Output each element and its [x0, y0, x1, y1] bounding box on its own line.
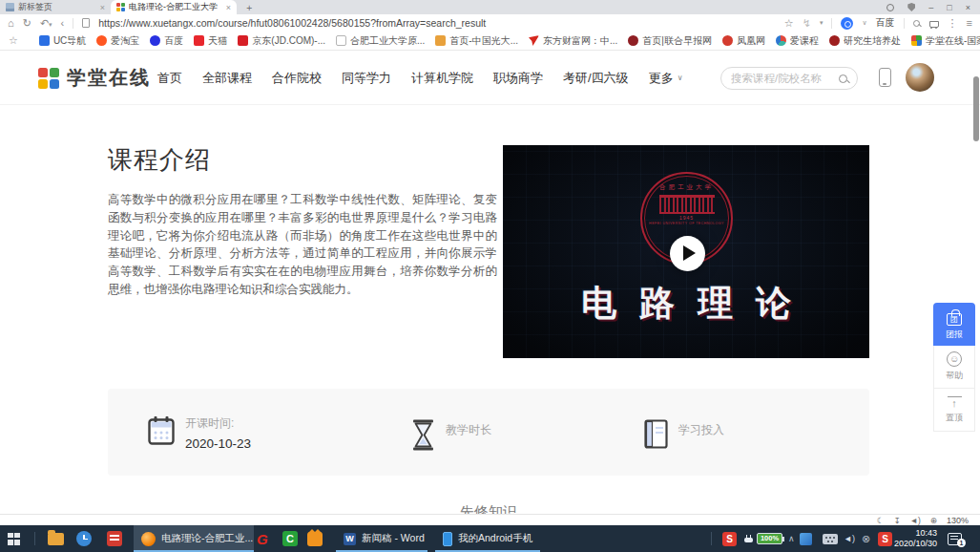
taskbar-task-android-phone[interactable]: 我的Android手机	[435, 525, 540, 552]
new-tab-button[interactable]: ＋	[237, 0, 261, 14]
search-icon[interactable]	[913, 20, 920, 27]
tray-wangwang[interactable]	[800, 525, 812, 552]
home-icon[interactable]: ⌂	[8, 18, 14, 29]
site-logo[interactable]: 学堂在线	[38, 65, 151, 91]
tray-power[interactable]	[744, 525, 753, 552]
tray-close-circle[interactable]: ⊗	[862, 525, 870, 552]
tab-close-icon[interactable]: ×	[100, 3, 105, 12]
bookmark-label: 京东(JD.COM)-...	[252, 34, 325, 48]
refresh-icon[interactable]: ↻	[23, 18, 31, 29]
blue-cube-icon	[800, 533, 812, 545]
zoom-in-icon[interactable]: ⊕	[930, 516, 937, 525]
start-button[interactable]	[8, 525, 20, 552]
bookmark-item[interactable]: 百度	[150, 34, 183, 48]
notebook-icon	[644, 419, 668, 449]
bookmark-label: 东方财富网：中...	[543, 34, 617, 48]
search-icon[interactable]	[839, 74, 847, 83]
tray-volume[interactable]: ◄)	[844, 525, 855, 552]
nav-item-partner-schools[interactable]: 合作院校	[272, 70, 322, 87]
tab-new-tab-page[interactable]: 新标签页 ×	[0, 0, 111, 14]
flash-icon[interactable]: ↯	[803, 18, 811, 29]
site-header: 学堂在线 首页 全部课程 合作院校 同等学力 计算机学院 职场商学 考研/四六级…	[0, 51, 980, 105]
tab-title: 电路理论-合肥工业大学	[129, 1, 222, 13]
course-info-strip: 开课时间: 2020-10-23 教学时长	[108, 389, 869, 476]
menu-icon[interactable]: ≡	[967, 18, 972, 29]
url-field[interactable]: https://www.xuetangx.com/course/hfut0806…	[98, 17, 776, 29]
back-to-top-icon: ↑	[948, 396, 962, 409]
more-options-icon[interactable]: ⋮	[948, 18, 958, 29]
nav-item-business-school[interactable]: 职场商学	[493, 70, 543, 87]
clock-app-button[interactable]	[76, 525, 92, 552]
bookmark-item[interactable]: 学堂在线-国家...	[911, 34, 980, 48]
bookmark-item[interactable]: UC导航	[39, 34, 86, 48]
bookmark-item[interactable]: 爱淘宝	[96, 34, 139, 48]
back-icon[interactable]: ‹	[61, 18, 65, 29]
course-search-box[interactable]	[720, 67, 858, 90]
play-button[interactable]	[670, 236, 705, 271]
bookmark-item[interactable]: 凤凰网	[722, 34, 765, 48]
tray-sogou-1[interactable]: S	[722, 525, 737, 552]
bookmarks-star-icon[interactable]: ☆	[9, 34, 18, 47]
nav-item-cs-school[interactable]: 计算机学院	[411, 70, 473, 87]
bookmark-item[interactable]: 京东(JD.COM)-...	[238, 34, 325, 48]
windows-taskbar: 电路理论-合肥工业... G C W 新闻稿 - Word 我的Android手…	[0, 525, 980, 552]
group-signup-button[interactable]: 团 团报	[933, 303, 975, 346]
bookmark-star-icon[interactable]: ☆	[784, 18, 794, 29]
taskbar-app-g[interactable]: G	[257, 525, 268, 552]
page-icon	[82, 18, 90, 28]
download-icon[interactable]: ↧	[893, 516, 900, 525]
bookmark-item[interactable]: 东方财富网：中...	[529, 34, 617, 48]
tab-course-page[interactable]: 电路理论-合肥工业大学 ×	[111, 0, 237, 14]
course-search-input[interactable]	[731, 73, 833, 84]
file-explorer-button[interactable]	[48, 525, 64, 552]
mobile-app-icon[interactable]	[879, 68, 891, 87]
action-center-button[interactable]: 1	[948, 525, 962, 552]
profile-icon[interactable]	[886, 4, 894, 11]
plug-icon	[744, 535, 753, 543]
notification-icon: 1	[948, 533, 962, 545]
tray-clock[interactable]: 10:43 2020/10/30	[897, 525, 937, 552]
user-avatar[interactable]	[906, 63, 934, 92]
zoom-level[interactable]: 130%	[947, 516, 969, 525]
nav-item-equivalent-degree[interactable]: 同等学力	[342, 70, 391, 87]
close-window-button[interactable]: ×	[966, 3, 970, 12]
shield-icon[interactable]	[907, 3, 915, 11]
maximize-button[interactable]: □	[947, 3, 951, 12]
chevron-down-icon[interactable]: ∨	[862, 19, 866, 27]
red-app-button[interactable]	[107, 525, 122, 552]
page-scrollbar[interactable]	[973, 76, 979, 141]
tab-close-icon[interactable]: ×	[226, 3, 231, 12]
page-sound-icon[interactable]: ◄)	[910, 516, 921, 525]
nav-item-more[interactable]: 更多 ∨	[649, 70, 683, 87]
calendar-icon	[148, 415, 175, 446]
tray-sogou-2[interactable]: S	[878, 525, 892, 552]
minimize-button[interactable]: –	[928, 3, 933, 12]
bookmark-item[interactable]: 研究生培养处	[829, 34, 901, 48]
bookmark-item[interactable]: 首页-中国光大...	[435, 34, 518, 48]
search-engine-label[interactable]: 百度	[876, 16, 895, 30]
notification-badge: 1	[957, 539, 966, 547]
bookmark-item[interactable]: 爱课程	[776, 34, 819, 48]
taskbar-app-c[interactable]: C	[282, 525, 298, 552]
course-video-player[interactable]: 合肥工业大学 1945 HEFEI UNIVERSITY OF TECHNOLO…	[503, 145, 869, 358]
nav-item-exam-prep[interactable]: 考研/四六级	[563, 70, 629, 87]
search-engine-icon[interactable]	[841, 17, 853, 30]
bookmark-item[interactable]: 合肥工业大学原...	[336, 34, 425, 48]
nav-item-all-courses[interactable]: 全部课程	[202, 70, 252, 87]
tray-battery[interactable]: 100%	[757, 525, 782, 552]
back-to-top-button[interactable]: ↑ 置顶	[933, 389, 975, 432]
night-mode-icon[interactable]: ☾	[877, 516, 885, 525]
tray-ime[interactable]	[823, 525, 838, 552]
cart-icon[interactable]	[928, 19, 939, 28]
caret-down-icon[interactable]: ▾	[820, 19, 824, 27]
undo-icon[interactable]: ↶▾	[40, 18, 52, 29]
bookmark-item[interactable]: 首页|联合早报网	[628, 34, 712, 48]
bookmark-item[interactable]: 天猫	[194, 34, 227, 48]
taskbar-task-word[interactable]: W 新闻稿 - Word	[336, 525, 427, 552]
bookmark-favicon-icon	[529, 35, 539, 46]
taskbar-app-wangwang[interactable]	[307, 525, 323, 552]
taskbar-task-browser[interactable]: 电路理论-合肥工业...	[134, 525, 254, 552]
tray-expand-button[interactable]: ∧	[788, 525, 795, 552]
help-button[interactable]: ☺ 帮助	[933, 346, 975, 389]
nav-item-home[interactable]: 首页	[157, 70, 182, 87]
